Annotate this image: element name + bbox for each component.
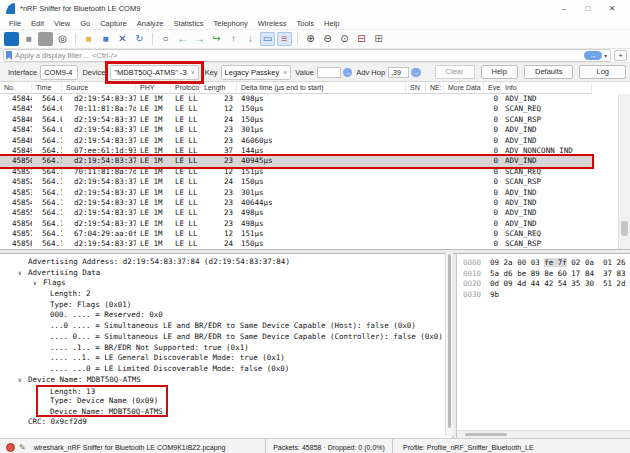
packet-row[interactable]: 45854 564.188 d2:19:54:83:37:84 LE 1M LE… xyxy=(0,198,592,208)
help-button[interactable]: Help xyxy=(481,65,518,79)
tree-expand-icon[interactable]: ∨ xyxy=(33,278,43,289)
hex-row[interactable]: 000009 2a 00 03 fe 7f 02 0a 01 26 20 xyxy=(457,258,630,269)
menu-item[interactable]: Analyze xyxy=(132,19,169,28)
menu-item[interactable]: Go xyxy=(75,19,95,28)
menu-item[interactable]: File xyxy=(4,19,26,28)
column-header[interactable]: Time xyxy=(32,82,62,94)
scrollbar-thumb[interactable] xyxy=(621,221,628,236)
open-file-icon[interactable]: ■ xyxy=(81,32,96,46)
log-button[interactable]: Log xyxy=(579,65,626,79)
packet-row[interactable]: 45844 564.056 d2:19:54:83:37:84 LE 1M LE… xyxy=(0,94,592,104)
toolbar-icon[interactable] xyxy=(152,33,153,45)
minimize-button[interactable]: – xyxy=(552,4,576,13)
detail-line[interactable]: CRC: 0x9cf2d9 xyxy=(0,417,452,428)
tree-expand-icon[interactable] xyxy=(40,387,50,396)
menu-item[interactable]: Wireless xyxy=(253,19,292,28)
go-back-icon[interactable]: ← xyxy=(175,32,190,46)
tree-expand-icon[interactable]: ∨ xyxy=(18,268,28,279)
zoom-in-icon[interactable]: ⊕ xyxy=(303,32,318,46)
clear-button[interactable]: Clear xyxy=(435,65,475,79)
column-header[interactable]: Eve xyxy=(484,82,501,94)
go-to-packet-icon[interactable]: ↪ xyxy=(209,32,224,46)
hex-row[interactable]: 00309b xyxy=(457,290,630,301)
detail-line[interactable]: .... ..1. = LE General Discoverable Mode… xyxy=(0,353,452,364)
apply-filter-button[interactable]: → xyxy=(584,51,602,60)
column-header[interactable]: NE: xyxy=(426,82,444,94)
maximize-button[interactable]: □ xyxy=(576,4,600,13)
detail-line[interactable]: Type: Flags (0x01) xyxy=(0,300,452,311)
key-select[interactable]: Legacy Passkey∨ xyxy=(221,65,292,80)
capture-options-icon[interactable]: ◎ xyxy=(55,32,70,46)
detail-line[interactable]: Advertising Address: d2:19:54:83:37:84 (… xyxy=(0,257,452,268)
detail-scrollbar[interactable] xyxy=(445,252,453,436)
tree-expand-icon[interactable] xyxy=(18,257,28,268)
packet-row[interactable]: 45845 564.057 70:11:81:8a:7d:57 LE 1M LE… xyxy=(0,104,592,114)
column-header[interactable]: No. xyxy=(0,82,32,94)
column-header[interactable]: Info xyxy=(501,82,592,94)
packet-row[interactable]: 45858 564.190 d2:19:54:83:37:84 LE 1M LE… xyxy=(0,239,592,249)
detail-line[interactable]: Length: 2 xyxy=(0,289,452,300)
filter-expression-caret-icon[interactable]: ▾ xyxy=(604,52,607,59)
profile-status[interactable]: Profile: Profile_nRF_Sniffer_Bluetooth_L… xyxy=(392,439,630,453)
stop-capture-icon[interactable]: ■ xyxy=(21,32,36,46)
packet-row[interactable]: 45856 564.189 d2:19:54:83:37:84 LE 1M LE… xyxy=(0,219,592,229)
packet-row[interactable]: 45847 564.057 d2:19:54:83:37:84 LE 1M LE… xyxy=(0,125,592,135)
device-select[interactable]: "MDBT50Q-ATMS" -3∨ xyxy=(110,65,198,80)
column-header[interactable]: SN xyxy=(406,82,426,94)
tree-expand-icon[interactable] xyxy=(40,310,50,321)
tree-expand-icon[interactable] xyxy=(40,343,50,354)
tree-expand-icon[interactable] xyxy=(40,407,50,416)
tree-expand-icon[interactable] xyxy=(40,321,50,332)
detail-line[interactable]: ∨Flags xyxy=(0,278,452,289)
packet-row[interactable]: 45849 564.104 07:ee:61:1d:93:d2 LE 1M LE… xyxy=(0,146,592,156)
zoom-out-icon[interactable]: ⊖ xyxy=(320,32,335,46)
bookmark-icon[interactable] xyxy=(6,51,12,60)
toolbar-icon[interactable] xyxy=(75,33,76,45)
add-filter-button[interactable]: + xyxy=(614,50,627,61)
advhop-input[interactable] xyxy=(388,67,409,78)
close-button[interactable]: ✕ xyxy=(600,4,624,13)
expert-info-icon[interactable] xyxy=(6,443,15,452)
find-packet-icon[interactable]: ○ xyxy=(158,32,173,46)
autoscroll-icon[interactable]: ▭ xyxy=(260,32,275,46)
menu-item[interactable]: Tools xyxy=(292,19,320,28)
tree-expand-icon[interactable] xyxy=(40,364,50,375)
save-file-icon[interactable]: ■ xyxy=(98,32,113,46)
tree-expand-icon[interactable] xyxy=(40,332,50,343)
packet-row[interactable]: 45855 564.188 d2:19:54:83:37:84 LE 1M LE… xyxy=(0,208,592,218)
menu-item[interactable]: Telephony xyxy=(209,19,253,28)
close-file-icon[interactable]: ✕ xyxy=(115,32,130,46)
layout-icon[interactable]: ⊞ xyxy=(371,32,386,46)
value-input[interactable] xyxy=(317,67,341,78)
column-header[interactable]: Delta time (µs end to start) xyxy=(237,82,406,94)
packet-list-scrollbar[interactable] xyxy=(618,94,630,249)
value-apply-button[interactable]: → xyxy=(343,68,352,77)
tree-expand-icon[interactable]: ∨ xyxy=(18,375,28,386)
menu-item[interactable]: Capture xyxy=(95,19,132,28)
toolbar-icon[interactable] xyxy=(297,33,298,45)
advhop-apply-button[interactable]: → xyxy=(411,68,420,77)
detail-line[interactable]: ...0 .... = Simultaneous LE and BR/EDR t… xyxy=(0,321,452,332)
colorize-icon[interactable]: ≡ xyxy=(277,32,292,46)
detail-line[interactable]: ∨Device Name: MDBT50Q-ATMS xyxy=(0,375,452,386)
start-capture-icon[interactable] xyxy=(4,32,19,46)
detail-line[interactable]: .... ...0 = LE Limited Discoverable Mode… xyxy=(0,364,452,375)
menu-item[interactable]: Edit xyxy=(26,19,49,28)
tree-expand-icon[interactable] xyxy=(18,417,28,428)
packet-row[interactable]: 45852 564.146 d2:19:54:83:37:84 LE 1M LE… xyxy=(0,177,592,187)
display-filter-input[interactable] xyxy=(15,51,582,61)
tree-expand-icon[interactable] xyxy=(40,300,50,311)
go-top-icon[interactable]: ↑ xyxy=(226,32,241,46)
packet-row[interactable]: 45850 564.145 d2:19:54:83:37:84 LE 1M LE… xyxy=(0,156,592,166)
reload-file-icon[interactable]: ↻ xyxy=(132,32,147,46)
resize-columns-icon[interactable]: ⊟ xyxy=(354,32,369,46)
restart-capture-icon[interactable] xyxy=(38,32,53,46)
detail-line[interactable]: 000. .... = Reserved: 0x0 xyxy=(0,310,452,321)
packet-row[interactable]: 45846 564.057 d2:19:54:83:37:84 LE 1M LE… xyxy=(0,115,592,125)
interface-select[interactable]: COM9-4∨ xyxy=(40,65,78,80)
hex-scrollbar[interactable] xyxy=(457,430,630,438)
column-header[interactable]: PHY xyxy=(136,82,171,94)
defaults-button[interactable]: Defaults xyxy=(524,65,574,79)
capture-comment-icon[interactable]: ✎ xyxy=(19,443,26,452)
column-header[interactable]: Length xyxy=(200,82,237,94)
